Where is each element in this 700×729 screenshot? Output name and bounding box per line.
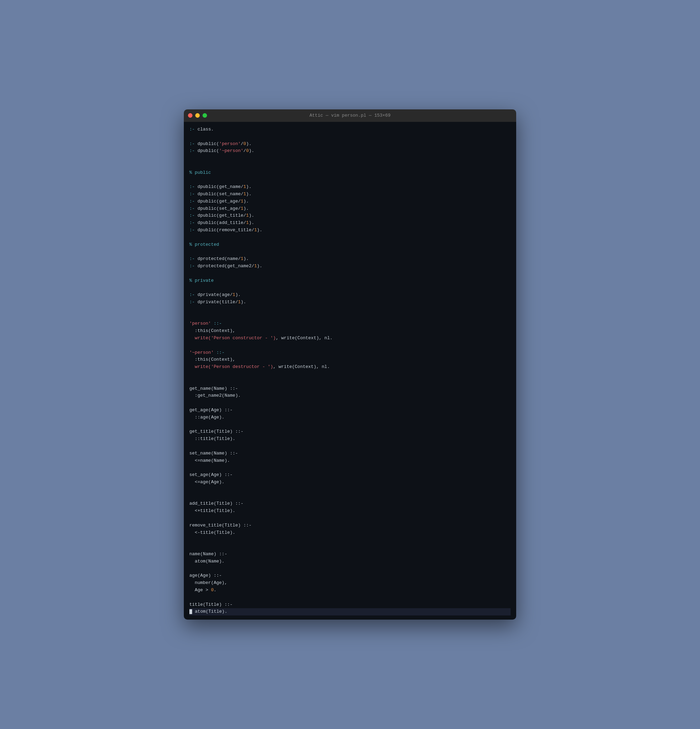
code-line: <=age(Age). bbox=[189, 479, 511, 486]
code-line: ::age(Age). bbox=[189, 414, 511, 421]
code-line: % private bbox=[189, 277, 511, 285]
code-line bbox=[189, 378, 511, 385]
code-line: :- dpublic(set_name/1). bbox=[189, 191, 511, 198]
titlebar: Attic — vim person.pl — 153×69 bbox=[184, 109, 516, 122]
code-line: :get_name2(Name). bbox=[189, 392, 511, 399]
code-line bbox=[189, 155, 511, 162]
code-line: atom(Title). bbox=[189, 608, 511, 616]
code-line bbox=[189, 306, 511, 313]
code-line: name(Name) ::- bbox=[189, 551, 511, 558]
code-line bbox=[189, 176, 511, 183]
code-line bbox=[189, 342, 511, 349]
code-line: :- class. bbox=[189, 126, 511, 133]
code-line bbox=[189, 399, 511, 407]
code-line: :- dprotected(get_name2/1). bbox=[189, 263, 511, 270]
code-line: :- dprivate(age/1). bbox=[189, 292, 511, 299]
code-line: title(Title) ::- bbox=[189, 601, 511, 608]
code-line: atom(Name). bbox=[189, 558, 511, 565]
code-line: :- dpublic(add_title/1). bbox=[189, 219, 511, 227]
code-line: :- dpublic(get_title/1). bbox=[189, 212, 511, 219]
traffic-lights bbox=[188, 113, 207, 118]
code-line bbox=[189, 443, 511, 450]
code-line bbox=[189, 270, 511, 277]
code-line: 'person' ::- bbox=[189, 320, 511, 327]
code-line bbox=[189, 133, 511, 141]
code-line bbox=[189, 162, 511, 169]
code-line: :- dpublic('person'/0). bbox=[189, 141, 511, 148]
code-line: % public bbox=[189, 169, 511, 177]
code-line: :this(Context), bbox=[189, 356, 511, 363]
code-line: ::title(Title). bbox=[189, 436, 511, 443]
code-line: set_name(Name) ::- bbox=[189, 450, 511, 457]
code-line: :- dprotected(name/1). bbox=[189, 256, 511, 263]
code-line: get_name(Name) ::- bbox=[189, 385, 511, 392]
code-line: :- dpublic(set_age/1). bbox=[189, 205, 511, 212]
code-line bbox=[189, 543, 511, 551]
code-line: % protected bbox=[189, 241, 511, 248]
code-line: '~person' ::- bbox=[189, 349, 511, 357]
code-line: :- dpublic(get_name/1). bbox=[189, 183, 511, 191]
close-button[interactable] bbox=[188, 113, 193, 118]
code-line: <+title(Title). bbox=[189, 507, 511, 515]
code-line: <-title(Title). bbox=[189, 529, 511, 537]
code-line: remove_title(Title) ::- bbox=[189, 522, 511, 529]
code-line: <=name(Name). bbox=[189, 457, 511, 465]
code-line: :this(Context), bbox=[189, 327, 511, 335]
code-line bbox=[189, 248, 511, 256]
code-line: set_age(Age) ::- bbox=[189, 472, 511, 479]
code-line: :- dpublic(get_age/1). bbox=[189, 198, 511, 205]
window-title: Attic — vim person.pl — 153×69 bbox=[309, 113, 391, 118]
code-line: :- dpublic('~person'/0). bbox=[189, 147, 511, 155]
code-line: get_title(Title) ::- bbox=[189, 428, 511, 436]
code-line: number(Age), bbox=[189, 579, 511, 587]
code-line bbox=[189, 594, 511, 601]
code-line: add_title(Title) ::- bbox=[189, 500, 511, 507]
code-line bbox=[189, 515, 511, 522]
code-line bbox=[189, 536, 511, 543]
code-line bbox=[189, 493, 511, 501]
minimize-button[interactable] bbox=[195, 113, 200, 118]
code-line bbox=[189, 284, 511, 292]
code-line: Age > 0. bbox=[189, 587, 511, 594]
code-line bbox=[189, 234, 511, 241]
code-line: :- dpublic(remove_title/1). bbox=[189, 227, 511, 234]
code-line bbox=[189, 565, 511, 572]
code-line: write('Person destructor - '), write(Con… bbox=[189, 363, 511, 371]
maximize-button[interactable] bbox=[202, 113, 207, 118]
code-line bbox=[189, 464, 511, 472]
code-line bbox=[189, 313, 511, 321]
code-line: write('Person constructor - '), write(Co… bbox=[189, 335, 511, 342]
code-editor[interactable]: :- class. :- dpublic('person'/0). :- dpu… bbox=[184, 122, 516, 620]
code-line: get_age(Age) ::- bbox=[189, 407, 511, 414]
code-line: age(Age) ::- bbox=[189, 572, 511, 579]
code-line: :- dprivate(title/1). bbox=[189, 299, 511, 306]
code-line bbox=[189, 371, 511, 378]
code-line bbox=[189, 421, 511, 428]
code-line bbox=[189, 486, 511, 493]
terminal-window: Attic — vim person.pl — 153×69 :- class.… bbox=[184, 109, 516, 620]
